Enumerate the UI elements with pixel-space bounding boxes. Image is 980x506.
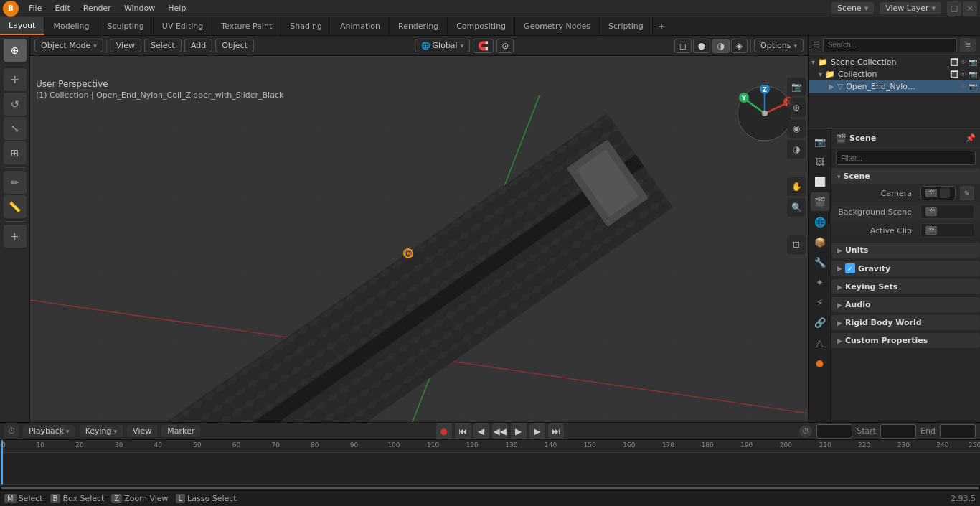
add-workspace-btn[interactable]: + [653,17,671,35]
modifier-props-btn[interactable]: 🔧 [811,253,829,271]
data-props-btn[interactable]: △ [811,333,829,352]
world-props-btn[interactable]: 🌐 [811,212,829,231]
close-editor-btn[interactable]: × [963,1,977,16]
physics-props-btn[interactable]: ⚡ [811,293,829,311]
solid-btn[interactable]: ● [693,39,710,53]
start-frame-input[interactable]: 1 [880,424,916,439]
render-props-btn[interactable]: 📷 [811,132,829,151]
gravity-section-header[interactable]: ▶ ✓ Gravity [831,261,980,276]
view-overlay-btn[interactable]: ◉ [787,119,806,138]
material-props-btn[interactable]: ● [811,353,829,372]
view-layer-selector[interactable]: View Layer ▾ [880,2,941,14]
keying-btn[interactable]: Keying ▾ [80,425,123,437]
units-section-header[interactable]: ▶ Units [831,243,980,258]
view-zoom-btn[interactable]: 🔍 [787,198,806,217]
tab-scripting[interactable]: Scripting [600,17,653,35]
viewport-view-menu[interactable]: View [110,39,141,52]
scene-collection-row[interactable]: ▾ 📁 Scene Collection 🔳 👁 📷 [809,56,980,68]
view-shading-btn[interactable]: ◑ [787,140,806,159]
menu-render[interactable]: Render [77,1,117,16]
timeline-editor-type-btn[interactable]: ⏱ [4,424,19,439]
camera-picker[interactable] [940,188,950,198]
new-window-btn[interactable]: □ [947,1,961,16]
timeline-scrollbar[interactable] [0,484,980,490]
move-tool[interactable]: ✛ [4,68,27,91]
scene-props-btn active[interactable]: 🎬 [811,192,829,211]
keying-sets-section-header[interactable]: ▶ Keying Sets [831,279,980,294]
rendered-btn[interactable]: ◈ [731,39,748,53]
gravity-checkbox[interactable]: ✓ [845,263,855,273]
menu-edit[interactable]: Edit [49,1,75,16]
props-search-input[interactable] [836,151,976,165]
view-camera-btn[interactable]: 📷 [787,78,806,96]
object-mode-selector[interactable]: Object Mode ▾ [34,39,103,52]
viewport-object-menu[interactable]: Object [215,39,254,52]
tab-layout[interactable]: Layout [0,17,44,35]
outliner-filter-btn[interactable]: ≡ [960,38,976,52]
custom-properties-section-header[interactable]: ▶ Custom Properties [831,333,980,348]
tab-geometry-nodes[interactable]: Geometry Nodes [515,17,600,35]
menu-file[interactable]: File [23,1,47,16]
tab-compositing[interactable]: Compositing [448,17,515,35]
tab-uv-editing[interactable]: UV Editing [154,17,212,35]
active-clip-value[interactable]: 🎬 [920,223,974,238]
particles-props-btn[interactable]: ✦ [811,273,829,291]
jump-end-btn[interactable]: ⏭ [548,423,564,439]
object-props-btn[interactable]: 📦 [811,233,829,251]
prev-frame-btn[interactable]: ◀ [473,423,489,439]
snap-btn[interactable]: 🧲 [473,39,494,53]
next-frame-btn[interactable]: ▶ [529,423,545,439]
tab-shading[interactable]: Shading [281,17,331,35]
annotate-tool[interactable]: ✏ [4,171,27,194]
3d-viewport[interactable]: User Perspective (1) Collection | Open_E… [30,56,808,422]
menu-help[interactable]: Help [162,1,192,16]
scene-selector[interactable]: Scene ▾ [831,2,874,14]
tab-texture-paint[interactable]: Texture Paint [212,17,281,35]
marker-btn[interactable]: Marker [161,425,200,437]
camera-edit-btn[interactable]: ✎ [960,186,974,200]
viewport-select-menu[interactable]: Select [144,39,182,52]
add-tool[interactable]: + [4,225,27,248]
wireframe-btn[interactable]: ◻ [674,39,692,53]
timeline-view-btn[interactable]: View [127,425,157,437]
view-move-btn[interactable]: ✋ [787,177,806,196]
scene-section-header[interactable]: ▾ Scene [831,169,980,184]
end-frame-input[interactable]: 250 [940,424,976,439]
menu-window[interactable]: Window [118,1,161,16]
play-btn[interactable]: ▶ [511,423,527,439]
play-reverse-btn[interactable]: ◀◀ [492,423,508,439]
constraints-props-btn[interactable]: 🔗 [811,313,829,332]
output-props-btn[interactable]: 🖼 [811,152,829,171]
tab-modeling[interactable]: Modeling [44,17,98,35]
material-preview-btn[interactable]: ◑ [712,39,729,53]
tab-animation[interactable]: Animation [331,17,390,35]
options-btn[interactable]: Options ▾ [754,39,804,52]
collection-row[interactable]: ▾ 📁 Collection 🔳 👁 📷 [809,68,980,80]
camera-value[interactable]: 🎬 [920,186,956,200]
timeline-track[interactable]: 0 10 20 30 40 50 60 70 80 90 100 110 120… [0,440,980,484]
rigid-body-world-section-header[interactable]: ▶ Rigid Body World [831,315,980,330]
record-btn[interactable]: ● [436,423,452,439]
playback-btn[interactable]: Playback ▾ [23,425,75,437]
cursor-tool[interactable]: ⊕ [4,39,27,62]
tab-rendering[interactable]: Rendering [390,17,448,35]
outliner-search[interactable] [823,38,957,52]
current-frame-input[interactable]: 1 [816,424,852,439]
props-pin-btn[interactable]: 📌 [966,133,976,143]
object-row[interactable]: ▶ ▽ Open_End_Nylon_Coil_Zi 👁 📷 [809,80,980,93]
viewport-add-menu[interactable]: Add [184,39,212,52]
transform-selector[interactable]: 🌐 Global ▾ [415,39,471,52]
tab-sculpting[interactable]: Sculpting [98,17,153,35]
rotate-tool[interactable]: ↺ [4,93,27,116]
background-scene-value[interactable]: 🎬 [920,205,974,219]
view-props-btn[interactable]: ⊡ [787,235,806,254]
transform-tool[interactable]: ⊞ [4,141,27,164]
proportional-btn[interactable]: ⊙ [496,39,514,53]
scale-tool[interactable]: ⤡ [4,117,27,140]
view-layer-props-btn[interactable]: ⬜ [811,172,829,191]
measure-tool[interactable]: 📏 [4,195,27,218]
jump-start-btn[interactable]: ⏮ [455,423,471,439]
sync-btn[interactable]: ⏱ [799,425,812,438]
view-gizmo-btn[interactable]: ⊕ [787,98,806,117]
audio-section-header[interactable]: ▶ Audio [831,297,980,312]
